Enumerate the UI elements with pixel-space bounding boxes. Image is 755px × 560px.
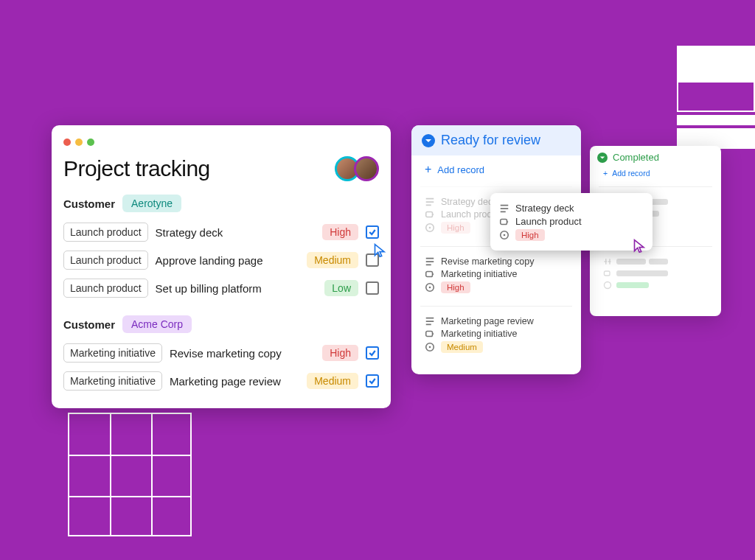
cursor-icon <box>373 243 388 258</box>
add-record-label: Add record <box>612 169 650 178</box>
group-label: Customer <box>63 197 115 210</box>
decorative-grid <box>68 413 192 536</box>
svg-point-19 <box>605 282 611 289</box>
task-row[interactable]: Marketing initiativeRevise marketing cop… <box>63 339 379 367</box>
task-name: Strategy deck <box>156 226 316 239</box>
project-pill[interactable]: Marketing initiative <box>63 343 162 363</box>
task-name: Approve landing page <box>156 254 300 267</box>
svg-point-3 <box>429 227 431 229</box>
priority-icon <box>499 230 509 240</box>
project-pill[interactable]: Launch product <box>63 279 148 298</box>
svg-rect-8 <box>426 332 433 337</box>
priority-badge[interactable]: Medium <box>307 373 358 389</box>
add-record-label: Add record <box>437 164 484 175</box>
window-controls <box>63 139 379 146</box>
popup-title: Strategy deck <box>515 203 574 214</box>
tag-icon <box>499 217 509 227</box>
window-close-icon[interactable] <box>63 139 71 146</box>
text-icon <box>425 256 435 267</box>
review-title: Ready for review <box>441 133 540 148</box>
group-header: CustomerAcme Corp <box>63 315 379 333</box>
priority-icon <box>425 282 435 293</box>
text-icon <box>499 203 509 214</box>
svg-rect-4 <box>426 272 433 277</box>
chevron-down-icon[interactable] <box>597 153 608 163</box>
priority-badge[interactable]: Low <box>324 280 358 296</box>
record-priority: High <box>441 281 470 293</box>
svg-point-5 <box>433 273 434 275</box>
decorative-bars <box>677 46 755 149</box>
svg-point-9 <box>433 333 434 335</box>
placeholder-record <box>599 246 712 300</box>
record-title: Revise marketing copy <box>441 256 534 267</box>
record-priority: Medium <box>441 341 483 353</box>
tag-icon <box>425 209 435 220</box>
svg-point-11 <box>429 346 431 349</box>
review-header[interactable]: Ready for review <box>411 125 581 155</box>
svg-rect-12 <box>501 219 507 224</box>
task-row[interactable]: Launch productSet up billing platformLow <box>63 274 379 302</box>
project-tracking-card: Project tracking CustomerAerotyneLaunch … <box>52 125 391 408</box>
checkbox[interactable] <box>366 374 379 388</box>
customer-chip[interactable]: Aerotyne <box>122 195 181 212</box>
popup-project: Launch product <box>515 216 582 227</box>
priority-badge[interactable]: High <box>322 345 358 361</box>
svg-point-7 <box>429 287 431 289</box>
record-project: Marketing initiative <box>441 269 518 279</box>
task-name: Set up billing platform <box>156 282 318 295</box>
text-icon <box>425 316 435 326</box>
tag-icon <box>425 329 435 339</box>
record-priority: High <box>441 222 470 234</box>
page-title: Project tracking <box>63 156 210 181</box>
review-record[interactable]: Marketing page reviewMarketing initiativ… <box>420 306 572 363</box>
popup-priority: High <box>515 229 545 241</box>
cursor-icon <box>633 239 647 253</box>
project-pill[interactable]: Launch product <box>63 223 148 242</box>
svg-rect-18 <box>605 271 610 276</box>
tag-icon <box>425 269 435 279</box>
record-project: Marketing initiative <box>441 329 518 339</box>
plus-icon: + <box>603 169 608 178</box>
add-record-button[interactable]: + Add record <box>590 166 721 181</box>
completed-title: Completed <box>613 152 659 163</box>
window-minimize-icon[interactable] <box>75 139 83 146</box>
checkbox[interactable] <box>366 225 379 239</box>
collaborator-avatars <box>335 156 379 181</box>
chevron-down-icon[interactable] <box>422 134 435 147</box>
project-pill[interactable]: Marketing initiative <box>63 371 162 391</box>
window-maximize-icon[interactable] <box>87 139 94 146</box>
task-row[interactable]: Launch productApprove landing pageMedium <box>63 246 379 274</box>
task-row[interactable]: Marketing initiativeMarketing page revie… <box>63 367 379 395</box>
checkbox[interactable] <box>366 346 379 360</box>
task-name: Marketing page review <box>170 375 299 388</box>
record-hover-popup: Strategy deck Launch product High <box>490 193 653 251</box>
customer-chip[interactable]: Acme Corp <box>122 315 192 333</box>
task-name: Revise marketing copy <box>170 347 315 360</box>
priority-icon <box>425 223 435 233</box>
svg-rect-0 <box>426 212 433 217</box>
group-header: CustomerAerotyne <box>63 195 379 212</box>
completed-header[interactable]: Completed <box>590 146 721 166</box>
record-title: Marketing page review <box>441 316 534 326</box>
priority-badge[interactable]: Medium <box>307 252 358 268</box>
add-record-button[interactable]: + Add record <box>411 155 581 183</box>
priority-badge[interactable]: High <box>322 224 358 240</box>
priority-icon <box>425 342 435 352</box>
checkbox[interactable] <box>366 281 379 295</box>
plus-icon: + <box>425 163 431 176</box>
text-icon <box>425 197 435 207</box>
task-row[interactable]: Launch productStrategy deckHigh <box>63 218 379 246</box>
record-title: Strategy deck <box>441 197 497 207</box>
avatar[interactable] <box>354 156 379 181</box>
svg-point-13 <box>507 221 509 223</box>
project-pill[interactable]: Launch product <box>63 251 148 270</box>
svg-point-15 <box>504 234 506 237</box>
review-record[interactable]: Revise marketing copyMarketing initiativ… <box>420 246 572 303</box>
group-label: Customer <box>63 318 115 331</box>
svg-point-1 <box>433 214 434 215</box>
